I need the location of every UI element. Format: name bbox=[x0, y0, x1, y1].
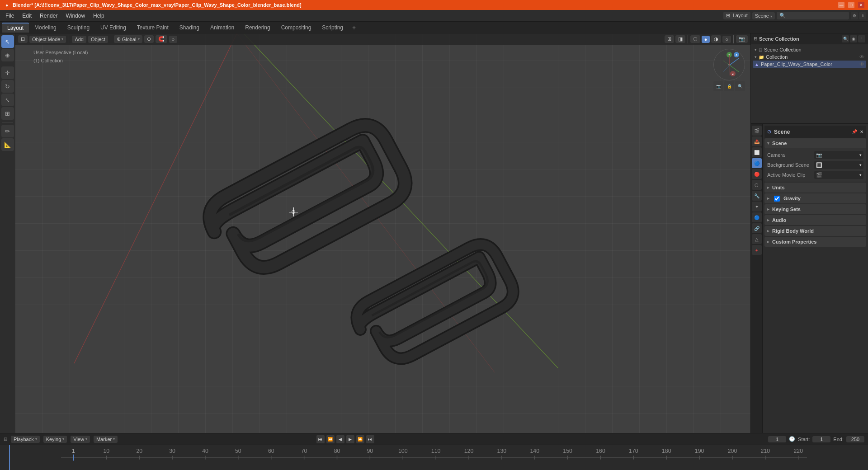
custom-props-header[interactable]: ▸ Custom Properties bbox=[764, 237, 866, 247]
object-menu-button[interactable]: Object bbox=[88, 36, 108, 43]
tab-uv-editing[interactable]: UV Editing bbox=[95, 23, 132, 32]
annotate-tool[interactable]: ✏ bbox=[1, 125, 14, 137]
playback-menu[interactable]: Playback ▾ bbox=[11, 436, 40, 443]
prop-modifier-icon[interactable]: 🔧 bbox=[752, 191, 762, 201]
keying-sets-header[interactable]: ▸ Keying Sets bbox=[764, 204, 866, 214]
nav-cube[interactable]: X Y Z bbox=[713, 49, 745, 80]
paperclip-visibility-icon[interactable]: 👁 bbox=[859, 61, 864, 67]
prop-material-icon[interactable]: ● bbox=[752, 245, 762, 255]
camera-persp-button[interactable]: 📷 bbox=[713, 81, 723, 91]
tab-rendering[interactable]: Rendering bbox=[240, 23, 275, 32]
collection-visibility-icon[interactable]: 👁 bbox=[859, 54, 864, 60]
menu-file[interactable]: File bbox=[2, 12, 18, 20]
prop-render-icon[interactable]: 🎬 bbox=[752, 126, 762, 136]
menu-window[interactable]: Window bbox=[62, 12, 89, 20]
tab-modeling[interactable]: Modeling bbox=[29, 23, 62, 32]
tab-sculpting[interactable]: Sculpting bbox=[62, 23, 95, 32]
end-frame-input[interactable]: 250 bbox=[846, 436, 864, 442]
overlay-button[interactable]: ⊞ bbox=[665, 35, 674, 43]
play-button[interactable]: ▶ bbox=[346, 435, 354, 443]
play-back-button[interactable]: ◀ bbox=[336, 435, 344, 443]
rigid-body-header[interactable]: ▸ Rigid Body World bbox=[764, 226, 866, 236]
solid-button[interactable]: ● bbox=[702, 36, 710, 43]
nav-widget[interactable]: X Y Z bbox=[713, 49, 745, 91]
view-layer-selector[interactable]: ⊞ Layout bbox=[723, 12, 750, 19]
audio-header[interactable]: ▸ Audio bbox=[764, 215, 866, 225]
wireframe-button[interactable]: ⬡ bbox=[690, 35, 700, 43]
pivot-button[interactable]: ⊙ bbox=[144, 35, 154, 43]
add-menu-button[interactable]: Add bbox=[72, 36, 86, 43]
close-button[interactable]: × bbox=[858, 2, 864, 8]
lookdev-button[interactable]: ◑ bbox=[711, 35, 721, 43]
viewport-3d[interactable]: ⊟ Object Mode ▾ Add Object ⊕ Global ▾ bbox=[15, 33, 750, 433]
jump-end-button[interactable]: ⏭ bbox=[366, 435, 374, 443]
rendered-button[interactable]: ○ bbox=[722, 36, 731, 43]
timeline-body[interactable]: 1 10 20 30 40 50 60 70 80 90 1 bbox=[0, 445, 868, 470]
gravity-section-header[interactable]: ▸ Gravity bbox=[764, 193, 866, 203]
scene-section-header[interactable]: ▾ Scene bbox=[764, 138, 866, 148]
rotate-tool[interactable]: ↻ bbox=[1, 80, 14, 93]
maximize-button[interactable]: □ bbox=[848, 2, 854, 8]
snap-button[interactable]: 🧲 bbox=[156, 35, 167, 43]
view-search-button[interactable]: 🔍 bbox=[735, 81, 745, 91]
movie-clip-browse-icon[interactable]: ▾ bbox=[859, 173, 862, 177]
select-tool[interactable]: ↖ bbox=[1, 35, 14, 48]
prop-particles-icon[interactable]: ✦ bbox=[752, 202, 762, 212]
object-mode-button[interactable]: Object Mode ▾ bbox=[29, 36, 66, 43]
transform-space-button[interactable]: ⊕ Global ▾ bbox=[114, 35, 142, 43]
prev-keyframe-button[interactable]: ⏪ bbox=[326, 435, 335, 443]
measure-tool[interactable]: 📐 bbox=[1, 138, 14, 151]
keying-menu[interactable]: Keying ▾ bbox=[43, 436, 67, 443]
view-menu-timeline[interactable]: View ▾ bbox=[71, 436, 90, 443]
prop-constraints-icon[interactable]: 🔗 bbox=[752, 223, 762, 233]
lock-view-button[interactable]: 🔒 bbox=[724, 81, 734, 91]
tab-scripting[interactable]: Scripting bbox=[316, 23, 349, 32]
tab-texture-paint[interactable]: Texture Paint bbox=[132, 23, 174, 32]
outliner-filter-icon[interactable]: 🔍 bbox=[842, 35, 849, 42]
scene-selector[interactable]: Scene ▾ bbox=[752, 12, 775, 19]
editor-type-button[interactable]: ⊟ bbox=[18, 35, 28, 43]
menu-edit[interactable]: Edit bbox=[19, 12, 35, 20]
movie-clip-value[interactable]: 🎬 ▾ bbox=[814, 171, 863, 179]
bg-scene-browse-icon[interactable]: ▾ bbox=[859, 163, 862, 167]
camera-value[interactable]: 📷 ▾ bbox=[814, 151, 863, 159]
move-tool[interactable]: ✛ bbox=[1, 66, 14, 79]
add-workspace-button[interactable]: + bbox=[349, 23, 359, 33]
gravity-checkbox[interactable] bbox=[774, 196, 780, 202]
outliner-item-scene-collection[interactable]: ▾ ⊟ Scene Collection bbox=[753, 46, 866, 53]
tab-layout[interactable]: Layout bbox=[2, 23, 29, 33]
menu-render[interactable]: Render bbox=[36, 12, 61, 20]
prop-view-layer-icon[interactable]: ⬜ bbox=[752, 147, 762, 157]
outliner-vis-icon[interactable]: ◉ bbox=[850, 35, 857, 42]
prop-world-icon[interactable]: 🔴 bbox=[752, 169, 762, 179]
outliner-more-icon[interactable]: ⋮ bbox=[858, 35, 865, 42]
outliner-item-paperclip[interactable]: ▲ Paper_Clip_Wavy_Shape_Color 👁 bbox=[753, 61, 866, 68]
jump-start-button[interactable]: ⏮ bbox=[316, 435, 325, 443]
next-keyframe-button[interactable]: ⏩ bbox=[356, 435, 364, 443]
scene-close-icon[interactable]: ✕ bbox=[860, 129, 863, 134]
prop-physics-icon[interactable]: 🔵 bbox=[752, 212, 762, 222]
marker-menu[interactable]: Marker ▾ bbox=[94, 436, 118, 443]
tab-shading[interactable]: Shading bbox=[174, 23, 205, 32]
minimize-button[interactable]: — bbox=[838, 2, 844, 8]
outliner-item-collection[interactable]: ▾ 📁 Collection 👁 bbox=[753, 53, 866, 61]
units-section-header[interactable]: ▸ Units bbox=[764, 183, 866, 193]
scale-tool[interactable]: ⤡ bbox=[1, 94, 14, 106]
preferences-icon[interactable]: ⚙ bbox=[851, 12, 858, 19]
search-box[interactable]: 🔍 bbox=[777, 12, 849, 19]
transform-tool[interactable]: ⊞ bbox=[1, 107, 14, 120]
info-icon[interactable]: ℹ bbox=[859, 12, 866, 19]
prop-scene-icon[interactable]: 🔵 bbox=[752, 158, 762, 168]
prop-object-icon[interactable]: ⬡ bbox=[752, 180, 762, 190]
prop-data-icon[interactable]: △ bbox=[752, 234, 762, 244]
camera-button[interactable]: 📷 bbox=[736, 35, 748, 43]
tab-compositing[interactable]: Compositing bbox=[276, 23, 317, 32]
proportional-button[interactable]: ○ bbox=[169, 36, 178, 43]
tab-animation[interactable]: Animation bbox=[205, 23, 240, 32]
cursor-tool[interactable]: ⊕ bbox=[1, 49, 14, 61]
scene-pin-icon[interactable]: 📌 bbox=[852, 129, 857, 134]
menu-help[interactable]: Help bbox=[90, 12, 108, 20]
camera-browse-icon[interactable]: ▾ bbox=[859, 153, 862, 157]
xray-button[interactable]: ◨ bbox=[675, 35, 685, 43]
start-frame-input[interactable]: 1 bbox=[812, 436, 830, 442]
